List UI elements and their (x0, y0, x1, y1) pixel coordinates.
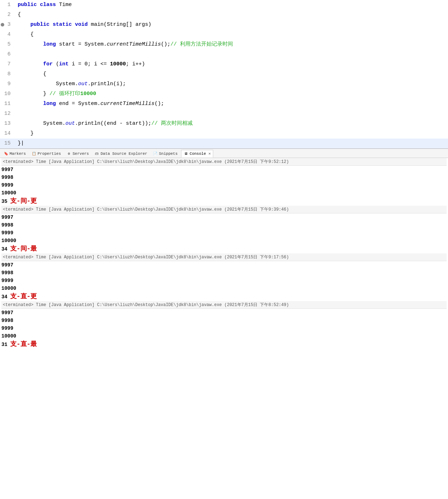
code-content-8: { (15, 69, 448, 79)
result-label-2: 支-间-最 (10, 245, 37, 253)
code-content-1: public class Time (15, 0, 448, 10)
console-block-3: <terminated> Time [Java Application] C:\… (0, 253, 448, 301)
properties-icon: 📋 (31, 151, 36, 156)
code-line-13: 13 System.out.println((end - start));// … (0, 119, 448, 129)
marker-icon: 🔖 (4, 151, 8, 156)
line-num-4: 4 (0, 30, 15, 40)
code-line-2: 2 { (0, 10, 448, 20)
code-line-11: 11 long end = System.currentTimeMillis()… (0, 99, 448, 109)
code-line-6: 6 (0, 49, 448, 59)
code-content-3: public static void main(String[] args) (15, 20, 448, 30)
result-line-2: 34 支-间-最 (1, 245, 447, 253)
code-editor: 1 public class Time 2 { 3 public static … (0, 0, 448, 149)
code-line-7: 7 for (int i = 0; i <= 10000; i++) (0, 59, 448, 69)
line-num-14: 14 (0, 129, 15, 139)
code-content-5: long start = System.currentTimeMillis();… (15, 40, 448, 49)
snippets-icon: 📄 (153, 151, 158, 156)
line-num-11: 11 (0, 99, 15, 109)
tab-console-label: Console (190, 152, 206, 156)
code-line-5: 5 long start = System.currentTimeMillis(… (0, 40, 448, 49)
code-line-3: 3 public static void main(String[] args) (0, 20, 448, 30)
code-line-15: 15 }| (0, 139, 448, 148)
line-num-2: 2 (0, 10, 15, 20)
tab-markers-label: Markers (10, 152, 26, 156)
line-num-15: 15 (0, 139, 15, 148)
console-status-3: <terminated> Time [Java Application] C:\… (1, 253, 447, 261)
code-line-12: 12 (0, 109, 448, 119)
output-9998-2: 9998 (1, 221, 447, 229)
tab-datasource[interactable]: 🗃 Data Source Explorer (92, 150, 149, 158)
result-label-4: 支-直-最 (10, 340, 37, 348)
line-num-9: 9 (0, 79, 15, 89)
line-num-6: 6 (0, 49, 15, 59)
console-block-4: <terminated> Time [Java Application] C:\… (0, 301, 448, 349)
output-9998-4: 9998 (1, 317, 447, 324)
code-line-4: 4 { (0, 30, 448, 40)
tab-bar: 🔖 Markers 📋 Properties ⚙ Servers 🗃 Data … (0, 149, 448, 158)
code-line-14: 14 } (0, 129, 448, 139)
console-block-1: <terminated> Time [Java Application] C:\… (0, 158, 448, 206)
result-num-4: 31 (1, 340, 7, 349)
line-num-1: 1 (0, 0, 15, 10)
result-num-2: 34 (1, 245, 7, 253)
output-10000-1: 10000 (1, 189, 447, 197)
code-content-7: for (int i = 0; i <= 10000; i++) (15, 59, 448, 69)
console-icon: 🖥 (184, 151, 188, 156)
line-num-8: 8 (0, 69, 15, 79)
tab-datasource-label: Data Source Explorer (100, 152, 147, 156)
code-content-2: { (15, 10, 448, 20)
output-9999-2: 9999 (1, 229, 447, 237)
line-num-3: 3 (0, 20, 15, 30)
line-num-13: 13 (0, 119, 15, 129)
code-content-15: }| (15, 139, 448, 148)
line-num-7: 7 (0, 59, 15, 69)
code-content-11: long end = System.currentTimeMillis(); (15, 99, 448, 109)
output-9998-3: 9998 (1, 269, 447, 277)
code-line-10: 10 } // 循环打印10000 (0, 89, 448, 99)
tab-servers[interactable]: ⚙ Servers (64, 150, 91, 158)
result-line-4: 31 支-直-最 (1, 340, 447, 349)
line-num-10: 10 (0, 89, 15, 99)
line-num-5: 5 (0, 40, 15, 49)
output-9997-3: 9997 (1, 261, 447, 269)
output-9997-1: 9997 (1, 166, 447, 174)
code-content-4: { (15, 30, 448, 40)
code-line-9: 9 System.out.println(i); (0, 79, 448, 89)
output-9997-4: 9997 (1, 309, 447, 317)
line-num-12: 12 (0, 109, 15, 119)
datasource-icon: 🗃 (94, 151, 99, 156)
result-num-1: 35 (1, 197, 7, 206)
output-9997-2: 9997 (1, 213, 447, 221)
code-content-9: System.out.println(i); (15, 79, 448, 89)
result-label-1: 支-间-更 (10, 197, 37, 205)
code-line-1: 1 public class Time (0, 0, 448, 10)
tab-snippets-label: Snippets (159, 152, 178, 156)
code-content-13: System.out.println((end - start));// 两次时… (15, 119, 448, 129)
tab-console-close[interactable]: ✕ (209, 151, 211, 156)
output-9999-3: 9999 (1, 277, 447, 284)
code-content-10: } // 循环打印10000 (15, 89, 448, 99)
tab-console[interactable]: 🖥 Console ✕ (181, 150, 213, 158)
result-num-3: 34 (1, 293, 7, 301)
console-status-4: <terminated> Time [Java Application] C:\… (1, 301, 447, 309)
code-line-8: 8 { (0, 69, 448, 79)
servers-icon: ⚙ (66, 151, 71, 156)
console-block-2: <terminated> Time [Java Application] C:\… (0, 206, 448, 253)
tab-properties-label: Properties (37, 152, 61, 156)
result-label-3: 支-直-更 (10, 292, 37, 301)
output-10000-2: 10000 (1, 237, 447, 245)
result-line-1: 35 支-间-更 (1, 197, 447, 206)
tab-servers-label: Servers (72, 152, 89, 156)
output-9998-1: 9998 (1, 174, 447, 181)
result-line-3: 34 支-直-更 (1, 292, 447, 301)
console-status-1: <terminated> Time [Java Application] C:\… (1, 158, 447, 166)
output-9999-4: 9999 (1, 324, 447, 332)
console-area: <terminated> Time [Java Application] C:\… (0, 158, 448, 349)
tab-markers[interactable]: 🔖 Markers (1, 150, 28, 158)
tab-snippets[interactable]: 📄 Snippets (151, 150, 180, 158)
output-9999-1: 9999 (1, 181, 447, 189)
console-status-2: <terminated> Time [Java Application] C:\… (1, 206, 447, 213)
tab-properties[interactable]: 📋 Properties (29, 150, 63, 158)
output-10000-4: 10000 (1, 332, 447, 340)
code-content-14: } (15, 129, 448, 139)
